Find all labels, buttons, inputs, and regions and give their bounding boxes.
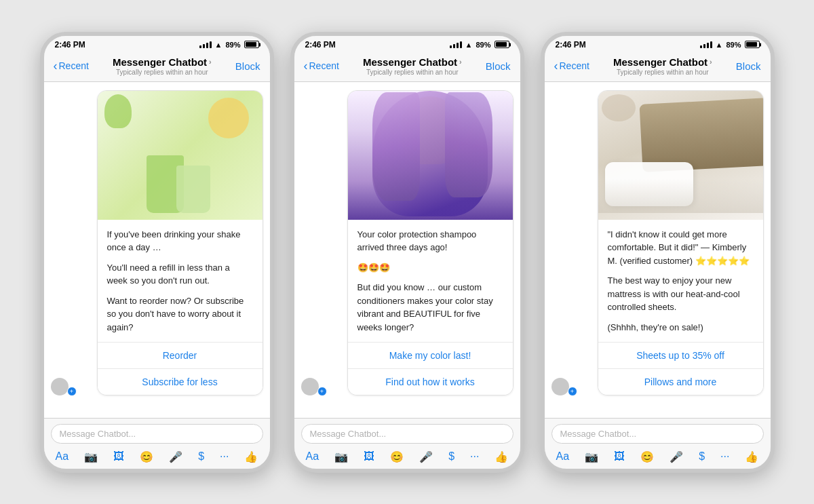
card-image bbox=[98, 91, 263, 220]
message-paragraph: The best way to enjoy your new mattress … bbox=[608, 274, 754, 314]
mic-icon[interactable]: 🎤 bbox=[416, 449, 436, 465]
message-paragraph: (Shhhh, they're on sale!) bbox=[608, 321, 754, 334]
back-arrow-icon: ‹ bbox=[54, 59, 58, 73]
input-bar: Message Chatbot...Aa📷🖼😊🎤$···👍 bbox=[294, 418, 520, 469]
phone-2: 2:46 PM ▲ 89% ‹ Recent Messenger Chatbot… bbox=[290, 32, 524, 473]
wifi-icon: ▲ bbox=[465, 41, 473, 49]
aa-button[interactable]: Aa bbox=[553, 449, 573, 464]
message-input-row: Message Chatbot... bbox=[301, 424, 513, 444]
nav-back-button[interactable]: ‹ Recent bbox=[554, 59, 589, 73]
like-icon[interactable]: 👍 bbox=[241, 449, 261, 465]
emoji-icon[interactable]: 😊 bbox=[136, 449, 157, 465]
like-icon[interactable]: 👍 bbox=[741, 449, 762, 465]
chat-area: + Your color protection shampoo arrived … bbox=[294, 82, 520, 418]
back-arrow-icon: ‹ bbox=[554, 59, 558, 73]
battery-icon bbox=[244, 41, 259, 48]
back-label[interactable]: Recent bbox=[59, 60, 89, 71]
message-paragraph: If you've been drinking your shake once … bbox=[107, 228, 253, 254]
toolbar: Aa📷🖼😊🎤$···👍 bbox=[51, 449, 263, 465]
avatar-row: + "I didn't know it could get more comfo… bbox=[551, 90, 764, 396]
message-paragraph: But did you know … our custom conditione… bbox=[357, 281, 503, 334]
input-bar: Message Chatbot...Aa📷🖼😊🎤$···👍 bbox=[44, 418, 270, 469]
nav-center: Messenger Chatbot › Typically replies wi… bbox=[613, 56, 712, 76]
block-button[interactable]: Block bbox=[235, 60, 260, 72]
mic-icon[interactable]: 🎤 bbox=[166, 449, 186, 465]
message-input[interactable]: Message Chatbot... bbox=[310, 429, 505, 439]
status-bar: 2:46 PM ▲ 89% bbox=[545, 36, 771, 52]
emoji-icon[interactable]: 😊 bbox=[387, 449, 407, 465]
nav-bar: ‹ Recent Messenger Chatbot › Typically r… bbox=[294, 52, 520, 82]
avatar-wrapper: + bbox=[301, 378, 323, 395]
status-bar: 2:46 PM ▲ 89% bbox=[294, 36, 520, 52]
back-arrow-icon: ‹ bbox=[304, 59, 308, 73]
more-icon[interactable]: ··· bbox=[216, 449, 232, 464]
aa-button[interactable]: Aa bbox=[52, 449, 73, 464]
message-card: "I didn't know it could get more comfort… bbox=[598, 90, 764, 396]
chatbot-name: Messenger Chatbot bbox=[113, 56, 207, 68]
card-button-1[interactable]: Make my color last! bbox=[348, 343, 513, 368]
image-icon[interactable]: 🖼 bbox=[360, 449, 378, 464]
message-input[interactable]: Message Chatbot... bbox=[560, 429, 755, 439]
aa-button[interactable]: Aa bbox=[303, 449, 323, 464]
block-button[interactable]: Block bbox=[486, 60, 511, 72]
avatar-plus-icon: + bbox=[317, 387, 327, 396]
card-button-2[interactable]: Subscribe for less bbox=[98, 369, 263, 395]
phone-3: 2:46 PM ▲ 89% ‹ Recent Messenger Chatbot… bbox=[541, 32, 775, 473]
card-image bbox=[348, 91, 513, 220]
avatar-row: + If you've been drinking your shake onc… bbox=[51, 90, 263, 396]
avatar-row: + Your color protection shampoo arrived … bbox=[301, 90, 513, 396]
battery-icon bbox=[495, 41, 509, 48]
toolbar: Aa📷🖼😊🎤$···👍 bbox=[301, 449, 513, 465]
nav-title-chevron: › bbox=[459, 58, 462, 66]
chatbot-name: Messenger Chatbot bbox=[613, 56, 708, 68]
more-icon[interactable]: ··· bbox=[717, 449, 733, 464]
chat-area: + "I didn't know it could get more comfo… bbox=[545, 82, 771, 418]
message-input-row: Message Chatbot... bbox=[51, 424, 263, 444]
signal-dots bbox=[199, 41, 212, 48]
card-button-2[interactable]: Find out how it works bbox=[348, 369, 513, 395]
nav-title: Messenger Chatbot › bbox=[613, 56, 712, 68]
nav-back-button[interactable]: ‹ Recent bbox=[304, 59, 339, 73]
block-button[interactable]: Block bbox=[736, 60, 761, 72]
payment-icon[interactable]: $ bbox=[445, 449, 458, 464]
status-bar: 2:46 PM ▲ 89% bbox=[44, 36, 270, 52]
emoji-icon[interactable]: 😊 bbox=[637, 449, 657, 465]
card-button-2[interactable]: Pillows and more bbox=[598, 369, 763, 395]
mic-icon[interactable]: 🎤 bbox=[666, 449, 686, 465]
battery-percent: 89% bbox=[476, 41, 490, 49]
nav-subtitle: Typically replies within an hour bbox=[113, 69, 212, 76]
nav-title: Messenger Chatbot › bbox=[113, 56, 212, 68]
nav-bar: ‹ Recent Messenger Chatbot › Typically r… bbox=[545, 52, 771, 82]
camera-icon[interactable]: 📷 bbox=[331, 449, 351, 465]
nav-subtitle: Typically replies within an hour bbox=[613, 69, 712, 76]
card-button-1[interactable]: Reorder bbox=[98, 343, 263, 368]
avatar bbox=[51, 378, 69, 395]
back-label[interactable]: Recent bbox=[309, 60, 339, 71]
message-paragraph: Your color protection shampoo arrived th… bbox=[357, 228, 503, 254]
nav-center: Messenger Chatbot › Typically replies wi… bbox=[113, 56, 212, 76]
image-icon[interactable]: 🖼 bbox=[610, 449, 628, 464]
message-paragraph: Want to reorder now? Or subscribe so you… bbox=[107, 294, 253, 334]
avatar-plus-icon: + bbox=[568, 387, 577, 396]
image-icon[interactable]: 🖼 bbox=[110, 449, 128, 464]
nav-back-button[interactable]: ‹ Recent bbox=[54, 59, 89, 73]
phone-1: 2:46 PM ▲ 89% ‹ Recent Messenger Chatbot… bbox=[40, 32, 274, 473]
message-input[interactable]: Message Chatbot... bbox=[60, 429, 254, 439]
status-time: 2:46 PM bbox=[55, 40, 85, 50]
card-message-text: Your color protection shampoo arrived th… bbox=[348, 220, 513, 343]
card-button-1[interactable]: Sheets up to 35% off bbox=[598, 343, 763, 368]
chatbot-name: Messenger Chatbot bbox=[363, 56, 457, 68]
avatar-wrapper: + bbox=[51, 378, 73, 395]
like-icon[interactable]: 👍 bbox=[491, 449, 511, 465]
payment-icon[interactable]: $ bbox=[695, 449, 708, 464]
chat-area: + If you've been drinking your shake onc… bbox=[44, 82, 270, 418]
more-icon[interactable]: ··· bbox=[467, 449, 482, 464]
nav-subtitle: Typically replies within an hour bbox=[363, 69, 462, 76]
back-label[interactable]: Recent bbox=[560, 60, 589, 71]
avatar-wrapper: + bbox=[551, 378, 573, 395]
camera-icon[interactable]: 📷 bbox=[81, 449, 101, 465]
payment-icon[interactable]: $ bbox=[195, 449, 208, 464]
camera-icon[interactable]: 📷 bbox=[581, 449, 602, 465]
battery-icon bbox=[745, 41, 760, 48]
card-message-text: "I didn't know it could get more comfort… bbox=[598, 220, 763, 343]
